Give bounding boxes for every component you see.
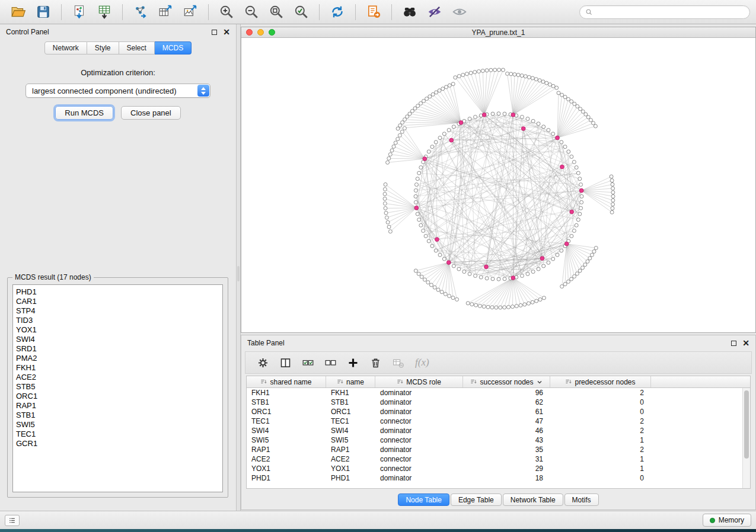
table-row[interactable]: RAP1RAP1dominator352: [247, 445, 742, 454]
close-panel-icon[interactable]: ✕: [223, 28, 230, 36]
status-bar: Memory: [0, 511, 756, 529]
result-node-item[interactable]: TID3: [16, 316, 219, 325]
network-canvas[interactable]: [241, 38, 755, 332]
clone-network-icon[interactable]: [364, 2, 383, 21]
tab-style[interactable]: Style: [87, 41, 119, 55]
result-node-item[interactable]: STB5: [16, 382, 219, 392]
result-node-item[interactable]: PMA2: [16, 354, 219, 363]
refresh-icon[interactable]: [328, 2, 347, 21]
cell-mcds-role: connector: [375, 455, 463, 463]
result-node-item[interactable]: SWI5: [16, 420, 219, 430]
cell-shared-name: TEC1: [247, 417, 326, 425]
export-image-icon[interactable]: [181, 2, 200, 21]
result-node-item[interactable]: PHD1: [16, 287, 219, 297]
table-row[interactable]: PHD1PHD1dominator180: [247, 473, 742, 483]
search-box[interactable]: [579, 5, 750, 19]
zoom-selected-icon[interactable]: [292, 2, 311, 21]
panel-menu-button[interactable]: [5, 515, 20, 526]
tab-network[interactable]: Network: [44, 41, 87, 55]
float-table-panel-icon[interactable]: [731, 341, 736, 346]
result-node-item[interactable]: ACE2: [16, 373, 219, 382]
table-row[interactable]: TEC1TEC1connector472: [247, 416, 742, 426]
cell-mcds-role: dominator: [375, 408, 463, 416]
search-input[interactable]: [596, 8, 744, 16]
tab-mcds[interactable]: MCDS: [155, 41, 192, 55]
zoom-out-icon[interactable]: [242, 2, 261, 21]
function-builder-icon[interactable]: f(x): [415, 357, 429, 368]
result-node-item[interactable]: SRD1: [16, 344, 219, 354]
cell-mcds-role: connector: [375, 436, 463, 444]
result-node-item[interactable]: STP4: [16, 306, 219, 316]
import-table-icon[interactable]: [95, 2, 114, 21]
export-table-icon[interactable]: [156, 2, 175, 21]
select-stepper-icon: [197, 85, 209, 97]
result-node-item[interactable]: STB1: [16, 411, 219, 420]
find-icon[interactable]: [400, 2, 419, 21]
result-node-item[interactable]: SWI4: [16, 335, 219, 344]
add-icon[interactable]: [344, 354, 361, 371]
table-row[interactable]: ORC1ORC1dominator610: [247, 407, 742, 416]
table-row[interactable]: SWI5SWI5connector431: [247, 435, 742, 445]
table-tabs: Node TableEdge TableNetwork TableMotifs: [241, 493, 755, 506]
scrollbar-thumb[interactable]: [744, 390, 749, 459]
result-node-item[interactable]: GCR1: [16, 439, 219, 448]
cell-predecessor-nodes: 2: [550, 446, 651, 454]
run-mcds-button[interactable]: Run MCDS: [55, 106, 113, 120]
hide-selected-icon[interactable]: [425, 2, 444, 21]
columns-icon[interactable]: [277, 354, 294, 371]
table-row[interactable]: ACE2ACE2connector311: [247, 454, 742, 464]
mcds-result-title: MCDS result (17 nodes): [12, 273, 94, 281]
table-row[interactable]: FKH1FKH1dominator962: [247, 388, 742, 398]
cell-successor-nodes: 35: [463, 446, 550, 454]
table-scrollbar[interactable]: [742, 388, 750, 488]
column-header-shared-name[interactable]: shared name: [247, 376, 326, 387]
panel-splitter[interactable]: [237, 24, 241, 511]
column-header-filler: [651, 376, 750, 387]
tab-edge-table[interactable]: Edge Table: [451, 493, 502, 506]
deselect-all-icon[interactable]: [322, 354, 339, 371]
column-header-mcds-role[interactable]: MCDS role: [375, 376, 463, 387]
result-node-item[interactable]: YOX1: [16, 325, 219, 335]
column-header-predecessor-nodes[interactable]: predecessor nodes: [550, 376, 651, 387]
criterion-value: largest connected component (undirected): [32, 86, 177, 95]
splitter-handle-icon[interactable]: [237, 266, 240, 281]
table-row[interactable]: STB1STB1dominator620: [247, 398, 742, 407]
control-panel-header: Control Panel ✕: [0, 24, 236, 40]
zoom-in-icon[interactable]: [217, 2, 236, 21]
delete-icon[interactable]: [367, 354, 384, 371]
result-node-item[interactable]: FKH1: [16, 363, 219, 373]
table-row[interactable]: SWI4SWI4dominator462: [247, 426, 742, 435]
tab-node-table[interactable]: Node Table: [398, 493, 449, 506]
select-all-icon[interactable]: [299, 354, 316, 371]
result-node-item[interactable]: CAR1: [16, 297, 219, 306]
close-table-panel-icon[interactable]: ✕: [742, 339, 749, 347]
network-graph[interactable]: [241, 38, 755, 332]
memory-button[interactable]: Memory: [703, 514, 751, 527]
cell-name: STB1: [326, 398, 375, 406]
cell-successor-nodes: 62: [463, 398, 550, 406]
tab-network-table[interactable]: Network Table: [503, 493, 563, 506]
result-node-item[interactable]: RAP1: [16, 401, 219, 411]
close-mcds-panel-button[interactable]: Close panel: [121, 106, 181, 120]
result-node-item[interactable]: ORC1: [16, 392, 219, 401]
float-panel-icon[interactable]: [212, 30, 217, 35]
destroy-table-icon[interactable]: [390, 354, 406, 371]
toolbar-separator: [319, 4, 320, 20]
import-network-icon[interactable]: [70, 2, 89, 21]
column-header-name[interactable]: name: [326, 376, 375, 387]
open-file-icon[interactable]: [9, 2, 28, 21]
export-network-icon[interactable]: [131, 2, 150, 21]
cell-shared-name: SWI4: [247, 427, 326, 435]
column-header-successor-nodes[interactable]: successor nodes: [463, 376, 550, 387]
zoom-fit-icon[interactable]: [267, 2, 286, 21]
mcds-result-list[interactable]: PHD1CAR1STP4TID3YOX1SWI4SRD1PMA2FKH1ACE2…: [12, 284, 223, 492]
result-node-item[interactable]: TEC1: [16, 430, 219, 439]
show-all-icon[interactable]: [450, 2, 469, 21]
criterion-select[interactable]: largest connected component (undirected): [25, 84, 210, 98]
save-icon[interactable]: [34, 2, 53, 21]
tab-select[interactable]: Select: [119, 41, 155, 55]
search-icon: [585, 8, 593, 16]
tab-motifs[interactable]: Motifs: [564, 493, 599, 506]
settings-icon[interactable]: [254, 354, 271, 371]
table-row[interactable]: YOX1YOX1connector291: [247, 464, 742, 473]
